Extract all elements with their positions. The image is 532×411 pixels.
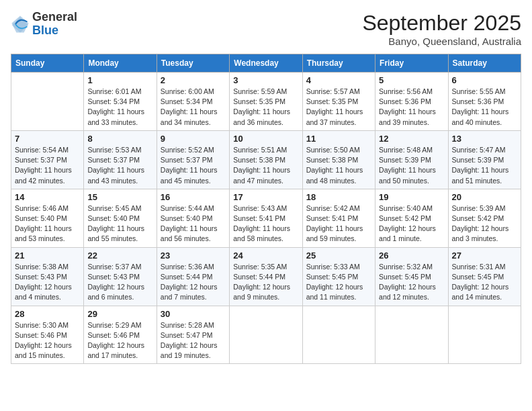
calendar-week-row: 28Sunrise: 5:30 AM Sunset: 5:46 PM Dayli…: [11, 306, 521, 364]
calendar-cell: 23Sunrise: 5:36 AM Sunset: 5:44 PM Dayli…: [157, 247, 229, 306]
day-info: Sunrise: 6:01 AM Sunset: 5:34 PM Dayligh…: [87, 87, 152, 128]
day-number: 17: [233, 192, 298, 202]
day-number: 1: [87, 75, 152, 85]
calendar-cell: 21Sunrise: 5:38 AM Sunset: 5:43 PM Dayli…: [11, 247, 84, 306]
calendar-cell: 17Sunrise: 5:43 AM Sunset: 5:41 PM Dayli…: [230, 189, 302, 247]
calendar-cell: 6Sunrise: 5:55 AM Sunset: 5:36 PM Daylig…: [448, 73, 521, 131]
day-number: 5: [379, 75, 444, 85]
calendar-cell: 13Sunrise: 5:47 AM Sunset: 5:39 PM Dayli…: [448, 130, 521, 189]
weekday-header-wednesday: Wednesday: [230, 54, 302, 73]
calendar-cell: 7Sunrise: 5:54 AM Sunset: 5:37 PM Daylig…: [11, 130, 84, 189]
calendar-cell: 24Sunrise: 5:35 AM Sunset: 5:44 PM Dayli…: [230, 247, 302, 306]
day-info: Sunrise: 5:28 AM Sunset: 5:47 PM Dayligh…: [161, 320, 226, 361]
calendar-cell: 9Sunrise: 5:52 AM Sunset: 5:37 PM Daylig…: [157, 130, 229, 189]
day-number: 27: [452, 250, 517, 261]
day-info: Sunrise: 5:50 AM Sunset: 5:38 PM Dayligh…: [306, 145, 371, 186]
calendar-cell: 25Sunrise: 5:33 AM Sunset: 5:45 PM Dayli…: [302, 247, 375, 306]
page-header: General Blue September 2025 Banyo, Queen…: [11, 11, 521, 47]
day-number: 29: [87, 309, 152, 319]
calendar-cell: 30Sunrise: 5:28 AM Sunset: 5:47 PM Dayli…: [157, 306, 229, 364]
calendar-cell: 16Sunrise: 5:44 AM Sunset: 5:40 PM Dayli…: [157, 189, 229, 247]
calendar-cell: 18Sunrise: 5:42 AM Sunset: 5:41 PM Dayli…: [302, 189, 375, 247]
calendar-week-row: 14Sunrise: 5:46 AM Sunset: 5:40 PM Dayli…: [11, 189, 521, 247]
calendar-cell: 26Sunrise: 5:32 AM Sunset: 5:45 PM Dayli…: [375, 247, 448, 306]
day-info: Sunrise: 5:55 AM Sunset: 5:36 PM Dayligh…: [452, 87, 517, 128]
calendar-cell: 22Sunrise: 5:37 AM Sunset: 5:43 PM Dayli…: [84, 247, 157, 306]
calendar-cell: 15Sunrise: 5:45 AM Sunset: 5:40 PM Dayli…: [84, 189, 157, 247]
logo-text: General Blue: [32, 11, 77, 38]
day-number: 23: [161, 250, 226, 261]
calendar-cell: 20Sunrise: 5:39 AM Sunset: 5:42 PM Dayli…: [448, 189, 521, 247]
calendar-week-row: 1Sunrise: 6:01 AM Sunset: 5:34 PM Daylig…: [11, 73, 521, 131]
day-info: Sunrise: 5:56 AM Sunset: 5:36 PM Dayligh…: [379, 87, 444, 128]
calendar-cell: 19Sunrise: 5:40 AM Sunset: 5:42 PM Dayli…: [375, 189, 448, 247]
logo: General Blue: [11, 11, 77, 38]
day-number: 9: [161, 134, 226, 144]
weekday-header-saturday: Saturday: [448, 54, 521, 73]
day-number: 22: [87, 250, 152, 261]
day-number: 26: [379, 250, 444, 261]
calendar-cell: 8Sunrise: 5:53 AM Sunset: 5:37 PM Daylig…: [84, 130, 157, 189]
month-title: September 2025: [362, 11, 521, 36]
calendar-cell: [230, 306, 302, 364]
calendar-cell: [302, 306, 375, 364]
logo-icon: [11, 15, 30, 34]
calendar-cell: 2Sunrise: 6:00 AM Sunset: 5:34 PM Daylig…: [157, 73, 229, 131]
calendar-cell: 29Sunrise: 5:29 AM Sunset: 5:46 PM Dayli…: [84, 306, 157, 364]
calendar-cell: 3Sunrise: 5:59 AM Sunset: 5:35 PM Daylig…: [230, 73, 302, 131]
day-info: Sunrise: 5:47 AM Sunset: 5:39 PM Dayligh…: [452, 145, 517, 186]
day-number: 21: [15, 250, 80, 261]
day-info: Sunrise: 5:38 AM Sunset: 5:43 PM Dayligh…: [15, 262, 80, 303]
day-info: Sunrise: 5:31 AM Sunset: 5:45 PM Dayligh…: [452, 262, 517, 303]
day-number: 13: [452, 134, 517, 144]
day-number: 3: [233, 75, 298, 85]
calendar-cell: [448, 306, 521, 364]
day-info: Sunrise: 5:39 AM Sunset: 5:42 PM Dayligh…: [452, 203, 517, 244]
calendar-week-row: 7Sunrise: 5:54 AM Sunset: 5:37 PM Daylig…: [11, 130, 521, 189]
day-info: Sunrise: 5:36 AM Sunset: 5:44 PM Dayligh…: [161, 262, 226, 303]
day-number: 18: [306, 192, 371, 202]
day-number: 28: [15, 309, 80, 319]
calendar-cell: [375, 306, 448, 364]
weekday-header-friday: Friday: [375, 54, 448, 73]
day-number: 2: [161, 75, 226, 85]
day-number: 12: [379, 134, 444, 144]
day-info: Sunrise: 5:44 AM Sunset: 5:40 PM Dayligh…: [161, 203, 226, 244]
title-block: September 2025 Banyo, Queensland, Austra…: [362, 11, 521, 47]
day-number: 4: [306, 75, 371, 85]
day-info: Sunrise: 5:29 AM Sunset: 5:46 PM Dayligh…: [87, 320, 152, 361]
logo-blue: Blue: [32, 24, 77, 38]
calendar-cell: 5Sunrise: 5:56 AM Sunset: 5:36 PM Daylig…: [375, 73, 448, 131]
day-number: 10: [233, 134, 298, 144]
location-title: Banyo, Queensland, Australia: [362, 36, 521, 47]
weekday-header-tuesday: Tuesday: [157, 54, 229, 73]
day-info: Sunrise: 5:45 AM Sunset: 5:40 PM Dayligh…: [87, 203, 152, 244]
day-number: 7: [15, 134, 80, 144]
day-info: Sunrise: 5:33 AM Sunset: 5:45 PM Dayligh…: [306, 262, 371, 303]
day-info: Sunrise: 5:42 AM Sunset: 5:41 PM Dayligh…: [306, 203, 371, 244]
day-number: 11: [306, 134, 371, 144]
calendar-cell: 27Sunrise: 5:31 AM Sunset: 5:45 PM Dayli…: [448, 247, 521, 306]
calendar-cell: 4Sunrise: 5:57 AM Sunset: 5:35 PM Daylig…: [302, 73, 375, 131]
day-number: 24: [233, 250, 298, 261]
weekday-header-sunday: Sunday: [11, 54, 84, 73]
day-number: 30: [161, 309, 226, 319]
day-number: 20: [452, 192, 517, 202]
day-info: Sunrise: 5:40 AM Sunset: 5:42 PM Dayligh…: [379, 203, 444, 244]
calendar-cell: 12Sunrise: 5:48 AM Sunset: 5:39 PM Dayli…: [375, 130, 448, 189]
day-info: Sunrise: 6:00 AM Sunset: 5:34 PM Dayligh…: [161, 87, 226, 128]
calendar-cell: 10Sunrise: 5:51 AM Sunset: 5:38 PM Dayli…: [230, 130, 302, 189]
day-info: Sunrise: 5:48 AM Sunset: 5:39 PM Dayligh…: [379, 145, 444, 186]
calendar-cell: 11Sunrise: 5:50 AM Sunset: 5:38 PM Dayli…: [302, 130, 375, 189]
day-number: 15: [87, 192, 152, 202]
calendar-table: SundayMondayTuesdayWednesdayThursdayFrid…: [11, 54, 521, 364]
day-info: Sunrise: 5:46 AM Sunset: 5:40 PM Dayligh…: [15, 203, 80, 244]
day-number: 19: [379, 192, 444, 202]
day-info: Sunrise: 5:32 AM Sunset: 5:45 PM Dayligh…: [379, 262, 444, 303]
day-info: Sunrise: 5:54 AM Sunset: 5:37 PM Dayligh…: [15, 145, 80, 186]
day-number: 14: [15, 192, 80, 202]
day-info: Sunrise: 5:57 AM Sunset: 5:35 PM Dayligh…: [306, 87, 371, 128]
weekday-header-thursday: Thursday: [302, 54, 375, 73]
calendar-cell: 28Sunrise: 5:30 AM Sunset: 5:46 PM Dayli…: [11, 306, 84, 364]
weekday-header-row: SundayMondayTuesdayWednesdayThursdayFrid…: [11, 54, 521, 73]
